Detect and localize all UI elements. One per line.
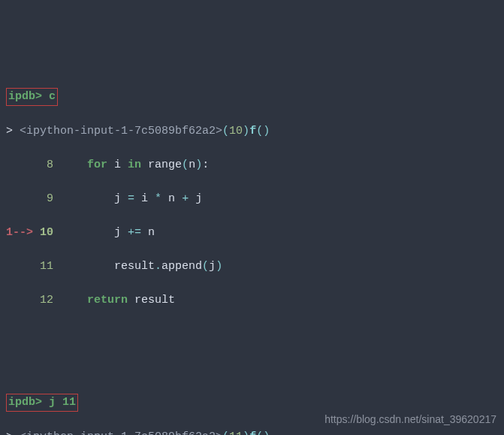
prompt-line-c1: ipdb> c [6,88,498,107]
blank-line [6,326,498,343]
ipdb-prompt[interactable]: ipdb> j 11 [6,394,78,412]
frame-line-2: > <ipython-input-1-7c5089bf62a2>(11)f() [6,429,498,436]
code-line: 11 result.append(j) [6,258,498,276]
ipdb-prompt[interactable]: ipdb> c [6,88,58,107]
code-line: 9 j = i * n + j [6,191,498,208]
code-line: 8 for i in range(n): [6,157,498,174]
prompt-line-j11: ipdb> j 11 [6,394,498,412]
code-line-current: 1--> 10 j += n [6,225,498,242]
frame-line-1: > <ipython-input-1-7c5089bf62a2>(10)f() [6,123,498,140]
code-line: 12 return result [6,292,498,310]
watermark: https://blog.csdn.net/sinat_39620217 [324,412,496,427]
